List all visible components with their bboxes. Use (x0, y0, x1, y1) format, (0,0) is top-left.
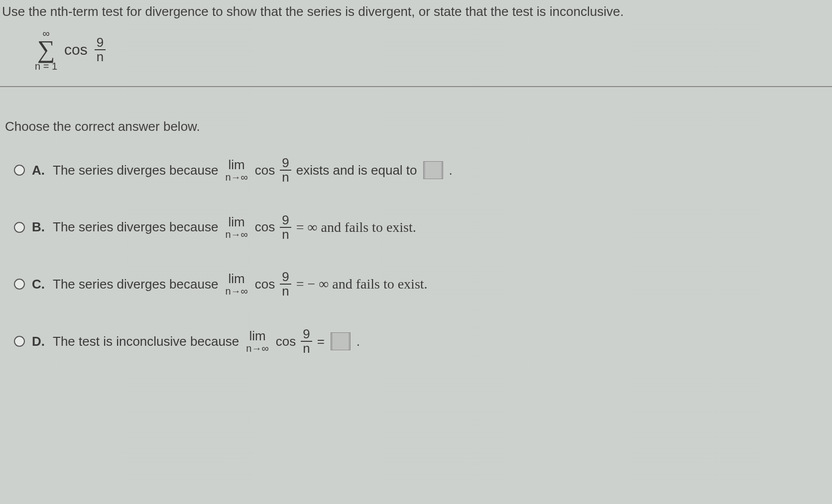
option-c-fraction: 9 n (280, 270, 291, 299)
choose-prompt: Choose the correct answer below. (0, 87, 832, 156)
option-d-letter: D. (32, 334, 46, 349)
answer-input-a[interactable] (423, 161, 443, 179)
option-a-fraction: 9 n (280, 156, 291, 185)
option-b-eq: = ∞ and fails to exist. (296, 219, 416, 235)
series-expression: ∞ ∑ n = 1 cos 9 n (0, 19, 832, 86)
option-c-limit: lim n→∞ (225, 272, 247, 296)
lim-label: lim (249, 329, 265, 342)
option-d-func: cos (276, 334, 296, 349)
option-d-period: . (357, 334, 360, 349)
answer-input-d[interactable] (331, 332, 351, 350)
lim-sub: n→∞ (225, 172, 247, 182)
fraction-numerator: 9 (280, 156, 291, 171)
radio-c[interactable] (14, 279, 25, 290)
fraction-denominator: n (301, 342, 312, 355)
option-b-letter: B. (32, 219, 46, 235)
lim-label: lim (228, 158, 244, 171)
option-d-eq: = (317, 334, 325, 349)
option-b: B. The series diverges because lim n→∞ c… (14, 213, 832, 242)
lim-label: lim (228, 215, 244, 228)
option-c-letter: C. (32, 277, 46, 292)
option-d-pre: The test is inconclusive because (53, 334, 239, 349)
fraction-numerator: 9 (280, 213, 291, 228)
option-b-content: The series diverges because lim n→∞ cos … (53, 213, 416, 242)
lim-sub: n→∞ (246, 343, 268, 353)
fraction-denominator: n (280, 171, 291, 184)
option-a-limit: lim n→∞ (225, 158, 247, 182)
radio-d[interactable] (14, 336, 25, 347)
option-d-content: The test is inconclusive because lim n→∞… (53, 327, 360, 356)
option-d: D. The test is inconclusive because lim … (14, 327, 832, 356)
option-d-fraction: 9 n (301, 327, 312, 356)
option-c-pre: The series diverges because (53, 277, 218, 292)
option-c-eq: = − ∞ and fails to exist. (296, 276, 428, 292)
option-b-func: cos (255, 219, 275, 235)
options-list: A. The series diverges because lim n→∞ c… (0, 156, 832, 355)
option-a-letter: A. (32, 163, 46, 178)
sigma-symbol: ∑ (37, 39, 55, 59)
fraction-numerator: 9 (301, 327, 312, 342)
option-a-post: exists and is equal to (296, 163, 417, 178)
option-b-fraction: 9 n (280, 213, 291, 242)
option-b-limit: lim n→∞ (225, 215, 247, 239)
fraction-numerator: 9 (280, 270, 291, 285)
option-c: C. The series diverges because lim n→∞ c… (14, 270, 832, 299)
lim-sub: n→∞ (225, 286, 247, 296)
option-c-func: cos (255, 277, 275, 292)
fraction-denominator: n (95, 50, 106, 64)
option-d-limit: lim n→∞ (246, 329, 268, 353)
option-a-content: The series diverges because lim n→∞ cos … (53, 156, 453, 185)
sigma-lower: n = 1 (35, 61, 57, 71)
fraction-denominator: n (280, 285, 291, 298)
series-func: cos (64, 41, 88, 58)
option-a-func: cos (255, 163, 275, 178)
option-c-content: The series diverges because lim n→∞ cos … (53, 270, 428, 299)
option-a-period: . (449, 163, 453, 178)
question-text: Use the nth-term test for divergence to … (0, 0, 832, 19)
series-fraction: 9 n (95, 36, 106, 64)
fraction-denominator: n (280, 228, 291, 241)
sigma-notation: ∞ ∑ n = 1 (35, 28, 57, 71)
option-a-pre: The series diverges because (53, 163, 218, 178)
option-b-pre: The series diverges because (53, 219, 218, 235)
radio-b[interactable] (14, 222, 25, 233)
radio-a[interactable] (14, 165, 25, 176)
option-a: A. The series diverges because lim n→∞ c… (14, 156, 832, 185)
lim-sub: n→∞ (225, 229, 247, 239)
lim-label: lim (228, 272, 244, 285)
fraction-numerator: 9 (95, 36, 106, 50)
